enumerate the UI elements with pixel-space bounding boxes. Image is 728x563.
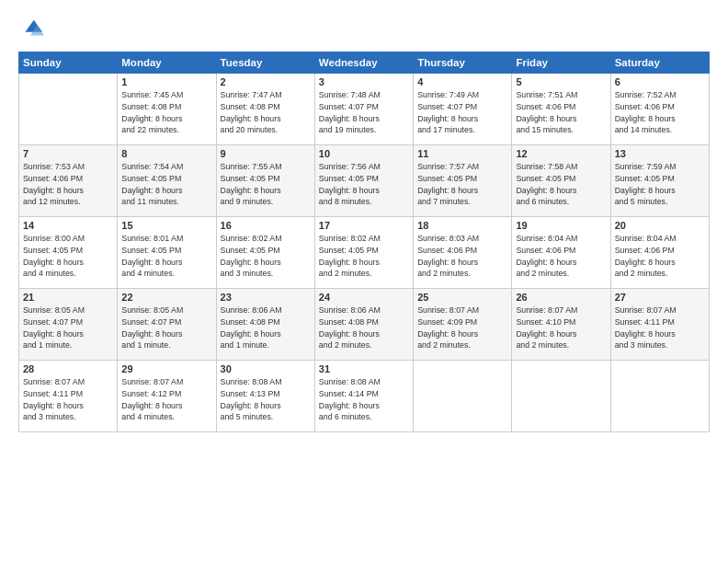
day-number: 4 (417, 76, 507, 87)
cell-text: Sunrise: 8:07 AMSunset: 4:11 PMDaylight:… (23, 376, 113, 423)
calendar-cell: 14Sunrise: 8:00 AMSunset: 4:05 PMDayligh… (19, 217, 118, 289)
day-number: 8 (121, 148, 211, 159)
day-number: 3 (319, 76, 409, 87)
cell-text: Sunrise: 8:00 AMSunset: 4:05 PMDaylight:… (23, 233, 113, 280)
calendar-cell: 18Sunrise: 8:03 AMSunset: 4:06 PMDayligh… (414, 217, 512, 289)
day-header-saturday: Saturday (610, 52, 709, 74)
cell-text: Sunrise: 8:05 AMSunset: 4:07 PMDaylight:… (23, 304, 113, 351)
calendar-cell: 12Sunrise: 7:58 AMSunset: 4:05 PMDayligh… (512, 145, 610, 217)
day-header-tuesday: Tuesday (216, 52, 314, 74)
day-header-monday: Monday (118, 52, 216, 74)
calendar-cell: 31Sunrise: 8:08 AMSunset: 4:14 PMDayligh… (314, 361, 413, 432)
day-number: 5 (516, 76, 606, 87)
cell-text: Sunrise: 7:51 AMSunset: 4:06 PMDaylight:… (516, 89, 606, 136)
cell-text: Sunrise: 8:08 AMSunset: 4:13 PMDaylight:… (221, 376, 311, 423)
cell-text: Sunrise: 8:08 AMSunset: 4:14 PMDaylight:… (319, 376, 409, 423)
page: SundayMondayTuesdayWednesdayThursdayFrid… (0, 0, 728, 563)
calendar-cell: 23Sunrise: 8:06 AMSunset: 4:08 PMDayligh… (216, 289, 314, 361)
day-number: 29 (121, 363, 211, 374)
cell-text: Sunrise: 7:56 AMSunset: 4:05 PMDaylight:… (319, 161, 409, 208)
calendar-cell: 19Sunrise: 8:04 AMSunset: 4:06 PMDayligh… (512, 217, 610, 289)
calendar-cell: 11Sunrise: 7:57 AMSunset: 4:05 PMDayligh… (414, 145, 512, 217)
cell-text: Sunrise: 7:54 AMSunset: 4:05 PMDaylight:… (121, 161, 211, 208)
cell-text: Sunrise: 8:03 AMSunset: 4:06 PMDaylight:… (417, 233, 507, 280)
day-number: 13 (615, 148, 705, 159)
cell-text: Sunrise: 7:47 AMSunset: 4:08 PMDaylight:… (221, 89, 311, 136)
day-number: 1 (121, 76, 211, 87)
calendar-cell: 21Sunrise: 8:05 AMSunset: 4:07 PMDayligh… (19, 289, 118, 361)
day-number: 25 (417, 292, 507, 303)
day-number: 16 (221, 220, 311, 231)
cell-text: Sunrise: 7:52 AMSunset: 4:06 PMDaylight:… (615, 89, 705, 136)
cell-text: Sunrise: 8:02 AMSunset: 4:05 PMDaylight:… (221, 233, 311, 280)
calendar-header-row: SundayMondayTuesdayWednesdayThursdayFrid… (19, 52, 710, 74)
calendar-cell: 25Sunrise: 8:07 AMSunset: 4:09 PMDayligh… (414, 289, 512, 361)
cell-text: Sunrise: 8:02 AMSunset: 4:05 PMDaylight:… (319, 233, 409, 280)
calendar-cell: 29Sunrise: 8:07 AMSunset: 4:12 PMDayligh… (118, 361, 216, 432)
day-header-wednesday: Wednesday (314, 52, 413, 74)
calendar-cell: 17Sunrise: 8:02 AMSunset: 4:05 PMDayligh… (314, 217, 413, 289)
calendar-cell (19, 74, 118, 145)
day-number: 14 (23, 220, 113, 231)
calendar-week-row: 1Sunrise: 7:45 AMSunset: 4:08 PMDaylight… (19, 74, 710, 145)
day-number: 17 (319, 220, 409, 231)
day-number: 31 (319, 363, 409, 374)
cell-text: Sunrise: 7:55 AMSunset: 4:05 PMDaylight:… (221, 161, 311, 208)
cell-text: Sunrise: 8:07 AMSunset: 4:10 PMDaylight:… (516, 304, 606, 351)
calendar-cell: 10Sunrise: 7:56 AMSunset: 4:05 PMDayligh… (314, 145, 413, 217)
cell-text: Sunrise: 8:04 AMSunset: 4:06 PMDaylight:… (516, 233, 606, 280)
calendar-cell (414, 361, 512, 432)
day-number: 6 (615, 76, 705, 87)
cell-text: Sunrise: 8:04 AMSunset: 4:06 PMDaylight:… (615, 233, 705, 280)
day-number: 15 (121, 220, 211, 231)
day-number: 11 (417, 148, 507, 159)
calendar-week-row: 21Sunrise: 8:05 AMSunset: 4:07 PMDayligh… (19, 289, 710, 361)
calendar-cell: 20Sunrise: 8:04 AMSunset: 4:06 PMDayligh… (610, 217, 709, 289)
day-number: 27 (615, 292, 705, 303)
calendar-cell: 13Sunrise: 7:59 AMSunset: 4:05 PMDayligh… (610, 145, 709, 217)
cell-text: Sunrise: 7:53 AMSunset: 4:06 PMDaylight:… (23, 161, 113, 208)
day-number: 24 (319, 292, 409, 303)
day-number: 9 (221, 148, 311, 159)
cell-text: Sunrise: 8:07 AMSunset: 4:12 PMDaylight:… (121, 376, 211, 423)
calendar-week-row: 7Sunrise: 7:53 AMSunset: 4:06 PMDaylight… (19, 145, 710, 217)
cell-text: Sunrise: 7:48 AMSunset: 4:07 PMDaylight:… (319, 89, 409, 136)
calendar-cell: 4Sunrise: 7:49 AMSunset: 4:07 PMDaylight… (414, 74, 512, 145)
calendar-cell: 28Sunrise: 8:07 AMSunset: 4:11 PMDayligh… (19, 361, 118, 432)
day-number: 30 (221, 363, 311, 374)
day-number: 28 (23, 363, 113, 374)
cell-text: Sunrise: 8:07 AMSunset: 4:11 PMDaylight:… (615, 304, 705, 351)
calendar-cell: 5Sunrise: 7:51 AMSunset: 4:06 PMDaylight… (512, 74, 610, 145)
calendar-cell: 8Sunrise: 7:54 AMSunset: 4:05 PMDaylight… (118, 145, 216, 217)
day-number: 20 (615, 220, 705, 231)
day-number: 7 (23, 148, 113, 159)
calendar-cell: 2Sunrise: 7:47 AMSunset: 4:08 PMDaylight… (216, 74, 314, 145)
header (18, 17, 710, 42)
cell-text: Sunrise: 8:07 AMSunset: 4:09 PMDaylight:… (417, 304, 507, 351)
calendar-cell: 7Sunrise: 7:53 AMSunset: 4:06 PMDaylight… (19, 145, 118, 217)
day-header-friday: Friday (512, 52, 610, 74)
calendar-cell: 15Sunrise: 8:01 AMSunset: 4:05 PMDayligh… (118, 217, 216, 289)
calendar-cell: 30Sunrise: 8:08 AMSunset: 4:13 PMDayligh… (216, 361, 314, 432)
day-number: 12 (516, 148, 606, 159)
calendar-cell: 26Sunrise: 8:07 AMSunset: 4:10 PMDayligh… (512, 289, 610, 361)
day-number: 10 (319, 148, 409, 159)
calendar-week-row: 14Sunrise: 8:00 AMSunset: 4:05 PMDayligh… (19, 217, 710, 289)
calendar-cell: 27Sunrise: 8:07 AMSunset: 4:11 PMDayligh… (610, 289, 709, 361)
cell-text: Sunrise: 8:05 AMSunset: 4:07 PMDaylight:… (121, 304, 211, 351)
calendar-cell (512, 361, 610, 432)
day-header-sunday: Sunday (19, 52, 118, 74)
cell-text: Sunrise: 7:57 AMSunset: 4:05 PMDaylight:… (417, 161, 507, 208)
day-number: 22 (121, 292, 211, 303)
calendar-cell: 1Sunrise: 7:45 AMSunset: 4:08 PMDaylight… (118, 74, 216, 145)
day-number: 19 (516, 220, 606, 231)
cell-text: Sunrise: 8:06 AMSunset: 4:08 PMDaylight:… (221, 304, 311, 351)
calendar-cell: 3Sunrise: 7:48 AMSunset: 4:07 PMDaylight… (314, 74, 413, 145)
cell-text: Sunrise: 7:45 AMSunset: 4:08 PMDaylight:… (121, 89, 211, 136)
cell-text: Sunrise: 7:49 AMSunset: 4:07 PMDaylight:… (417, 89, 507, 136)
cell-text: Sunrise: 7:58 AMSunset: 4:05 PMDaylight:… (516, 161, 606, 208)
calendar-cell: 22Sunrise: 8:05 AMSunset: 4:07 PMDayligh… (118, 289, 216, 361)
calendar-cell: 16Sunrise: 8:02 AMSunset: 4:05 PMDayligh… (216, 217, 314, 289)
calendar-cell: 9Sunrise: 7:55 AMSunset: 4:05 PMDaylight… (216, 145, 314, 217)
cell-text: Sunrise: 8:01 AMSunset: 4:05 PMDaylight:… (121, 233, 211, 280)
